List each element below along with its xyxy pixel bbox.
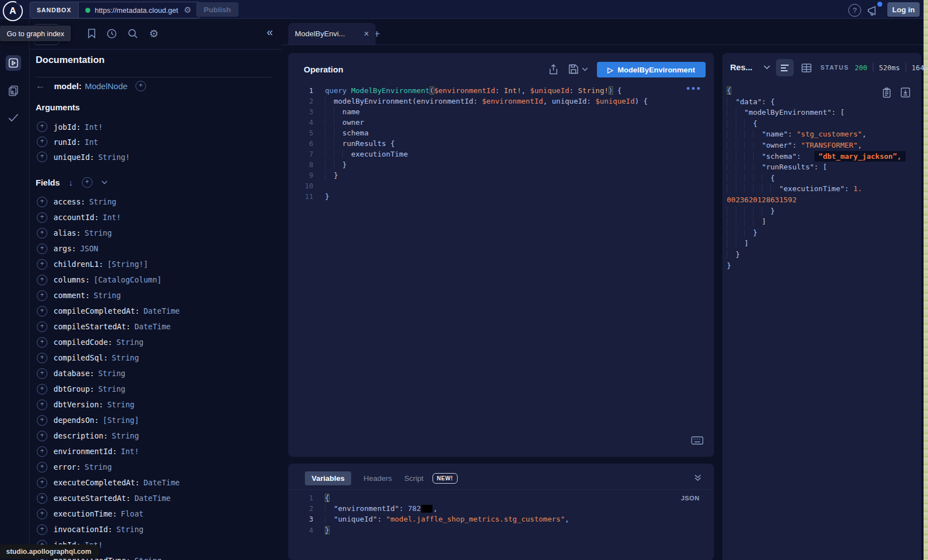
add-field-icon[interactable]: +	[37, 431, 47, 441]
run-operation-button[interactable]: ▷ ModelByEnvironment	[597, 62, 706, 77]
field-type-link[interactable]: DateTime	[143, 306, 179, 315]
close-tab-icon[interactable]: ×	[364, 29, 369, 39]
operation-more-menu-icon[interactable]: ●●●	[686, 84, 702, 92]
tab-modelbyenvironment[interactable]: ModelByEnvi... ×	[288, 23, 376, 45]
field-type-link[interactable]: [String!]	[107, 260, 148, 269]
argument-type-link[interactable]: Int!	[85, 123, 103, 132]
sort-fields-icon[interactable]: ↓	[69, 178, 73, 187]
field-type-link[interactable]: String	[116, 338, 144, 347]
add-field-icon[interactable]: +	[37, 400, 47, 410]
share-operation-icon[interactable]	[548, 64, 559, 75]
keyboard-shortcuts-icon[interactable]	[691, 436, 703, 445]
add-argument-icon[interactable]: +	[37, 137, 47, 147]
checklist-icon[interactable]	[6, 110, 21, 125]
add-field-icon[interactable]: +	[37, 353, 47, 363]
add-field-icon[interactable]: +	[37, 384, 47, 395]
login-button[interactable]: Log in	[887, 2, 920, 17]
add-field-icon[interactable]: +	[37, 212, 47, 223]
operation-collections-icon[interactable]	[6, 83, 21, 99]
add-field-icon[interactable]: +	[37, 306, 47, 316]
add-all-fields-button[interactable]: +	[135, 81, 146, 91]
add-field-icon[interactable]: +	[37, 462, 47, 473]
add-field-icon[interactable]: +	[37, 244, 47, 254]
add-field-icon[interactable]: +	[37, 478, 47, 488]
argument-type-link[interactable]: String!	[98, 153, 130, 162]
field-type-link[interactable]: DateTime	[134, 322, 171, 331]
field-row[interactable]: +executionTime:Float	[29, 506, 281, 522]
argument-row[interactable]: +jobId:Int!	[29, 119, 281, 134]
field-row[interactable]: +database:String	[29, 366, 281, 381]
field-row[interactable]: +alias:String	[29, 225, 281, 241]
save-options-chevron-icon[interactable]	[581, 66, 588, 72]
history-icon[interactable]	[105, 27, 118, 40]
search-icon[interactable]	[126, 27, 139, 40]
field-row[interactable]: +description:String	[29, 428, 281, 444]
add-field-icon[interactable]: +	[37, 228, 47, 238]
tab-variables[interactable]: Variables	[305, 471, 351, 485]
variables-editor[interactable]: { "environmentId": 782, "uniqueId": "mod…	[325, 493, 569, 535]
endpoint-settings-gear-icon[interactable]: ⚙	[184, 5, 191, 15]
field-row[interactable]: +comment:String	[29, 288, 281, 303]
collapse-variables-chevrons-icon[interactable]	[693, 473, 703, 483]
add-field-icon[interactable]: +	[37, 368, 47, 379]
field-row[interactable]: +compileStartedAt:DateTime	[29, 319, 281, 334]
add-field-icon[interactable]: +	[37, 197, 47, 207]
field-type-link[interactable]: String	[94, 291, 121, 300]
argument-type-link[interactable]: Int	[85, 138, 98, 147]
argument-row[interactable]: +runId:Int	[29, 134, 281, 149]
add-argument-icon[interactable]: +	[37, 121, 47, 132]
add-field-icon[interactable]: +	[37, 524, 47, 535]
field-row[interactable]: +columns:[CatalogColumn]	[29, 272, 281, 288]
pretty-print-toggle[interactable]	[776, 59, 794, 76]
operation-editor[interactable]: query ModelByEnvironment($environmentId:…	[325, 85, 648, 202]
field-type-link[interactable]: Int!	[121, 447, 139, 456]
field-row[interactable]: +compiledSql:String	[29, 350, 281, 366]
add-field-icon[interactable]: +	[37, 509, 47, 519]
field-row[interactable]: +error:String	[29, 459, 281, 475]
field-type-link[interactable]: DateTime	[143, 478, 179, 487]
response-chevron-down-icon[interactable]	[764, 65, 771, 73]
add-field-icon[interactable]: +	[37, 415, 47, 426]
add-field-icon[interactable]: +	[37, 337, 47, 348]
bookmark-icon[interactable]	[85, 27, 98, 40]
collapse-panel-icon[interactable]: «	[263, 26, 276, 38]
add-field-icon[interactable]: +	[37, 446, 47, 457]
add-field-icon[interactable]: +	[37, 322, 47, 332]
field-row[interactable]: +childrenL1:[String!]	[29, 256, 281, 272]
field-row[interactable]: +executeCompletedAt:DateTime	[29, 475, 281, 490]
field-type-link[interactable]: Int!	[103, 213, 121, 222]
field-type-link[interactable]: JSON	[80, 244, 99, 253]
field-type-link[interactable]: String	[85, 228, 112, 237]
add-fields-button[interactable]: +	[82, 177, 93, 188]
fields-chevron-down-icon[interactable]	[101, 181, 108, 184]
add-field-icon[interactable]: +	[37, 290, 47, 301]
argument-row[interactable]: +uniqueId:String!	[29, 149, 281, 164]
explorer-tab-icon[interactable]	[6, 55, 21, 71]
response-body[interactable]: { "data": { "modelByEnvironment": [ { "n…	[727, 85, 906, 271]
table-view-toggle[interactable]	[800, 62, 813, 74]
tab-headers[interactable]: Headers	[363, 474, 392, 483]
field-row[interactable]: +dbtVersion:String	[29, 397, 281, 412]
announcements-megaphone-icon[interactable]	[866, 4, 880, 17]
tab-script[interactable]: Script	[404, 474, 424, 483]
field-row[interactable]: +environmentId:Int!	[29, 444, 281, 459]
field-type-link[interactable]: String	[107, 400, 134, 409]
save-operation-icon[interactable]	[568, 64, 579, 75]
field-row[interactable]: +access:String	[29, 194, 281, 210]
field-type-link[interactable]: [String]	[103, 416, 139, 425]
field-type-link[interactable]: String	[112, 353, 139, 362]
field-type-link[interactable]: Float	[121, 509, 144, 518]
settings-gear-icon[interactable]: ⚙	[147, 27, 161, 40]
add-argument-icon[interactable]: +	[37, 152, 47, 162]
help-icon[interactable]: ?	[848, 4, 861, 17]
field-type-link[interactable]: String	[98, 384, 125, 393]
endpoint-url-group[interactable]: SANDBOX https://metadata.cloud.get ⚙	[30, 2, 200, 18]
field-row[interactable]: +executeStartedAt:DateTime	[29, 490, 281, 506]
back-arrow-icon[interactable]: ←	[36, 80, 45, 91]
field-row[interactable]: +invocationId:String	[29, 522, 281, 537]
field-row[interactable]: +args:JSON	[29, 241, 281, 256]
add-field-icon[interactable]: +	[37, 259, 47, 270]
field-type-link[interactable]: String	[112, 431, 139, 440]
field-row[interactable]: +compiledCode:String	[29, 334, 281, 350]
publish-button[interactable]: Publish	[196, 2, 239, 17]
